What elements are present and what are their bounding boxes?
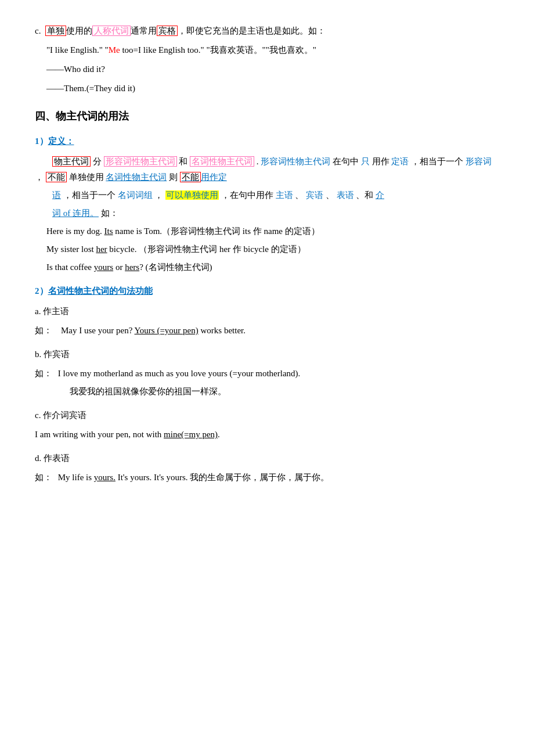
cannot-attributive-box: 不能用作定 [180, 172, 227, 182]
adj-possessive-box: 形容词性物主代词 [104, 156, 177, 167]
sub1-para2: 语 ，相当于一个 名词词组 ， 可以单独使用 ，在句中用作 主语 、 宾语 、 … [35, 188, 499, 203]
sub1-para: 物主代词 分 形容词性物主代词 和 名词性物主代词 . 形容词性物主代词 在句中… [35, 154, 499, 185]
possessive-pronoun-box: 物主代词 [52, 156, 91, 167]
item-d-example: 如： My life is yours. It's yours. It's yo… [35, 470, 499, 485]
dash-who: ——Who did it? [46, 62, 499, 77]
ex-yours-hers: Is that coffee yours or hers? (名词性物主代词) [46, 260, 499, 275]
example-i-like: "I like English." "Me too=I like English… [46, 42, 499, 58]
text-using: 使用的 [66, 26, 92, 35]
subsection-syntax: 2）名词性物主代词的句法功能 a. 作主语 如： May I use your … [35, 283, 499, 485]
item-b-label: b. 作宾语 [35, 347, 499, 362]
text-usually: 通常用 [131, 26, 157, 35]
highlight-pronoun: 人称代词 [92, 26, 131, 36]
item-object: b. 作宾语 如： I love my motherland as much a… [35, 347, 499, 399]
dash-them: ——Them.(=They did it) [46, 81, 499, 96]
item-a-example: 如： May I use your pen? Yours (=your pen)… [35, 323, 499, 339]
page-content: c. 单独使用的人称代词通常用宾格，即使它充当的是主语也是如此。如： "I li… [35, 23, 499, 485]
item-d-label: d. 作表语 [35, 451, 499, 466]
sub2-label: 2）名词性物主代词的句法功能 [35, 283, 499, 299]
item-a-label: a. 作主语 [35, 304, 499, 319]
section-c: c. 单独使用的人称代词通常用宾格，即使它充当的是主语也是如此。如： "I li… [35, 23, 499, 96]
sub1-label: 1）定义： [35, 134, 499, 149]
highlight-accusative: 宾格 [157, 26, 178, 36]
item-b-example2: 我爱我的祖国就像你爱你的祖国一样深。 [70, 384, 499, 399]
noun-possessive-box: 名词性物主代词 [190, 156, 254, 167]
ex-its-name: Here is my dog. Its name is Tom.（形容词性物主代… [46, 224, 499, 239]
cannot-alone-box: 不能 [46, 172, 67, 182]
label-c: c. [35, 26, 43, 35]
subsection-definition: 1）定义： 物主代词 分 形容词性物主代词 和 名词性物主代词 . 形容词性物主… [35, 134, 499, 275]
item-b-example1: 如： I love my motherland as much as you l… [35, 366, 499, 381]
item-predicate: d. 作表语 如： My life is yours. It's yours. … [35, 451, 499, 485]
text-even-if: ，即使它充当的是主语也是如此。如： [178, 26, 326, 35]
item-subject: a. 作主语 如： May I use your pen? Yours (=yo… [35, 304, 499, 339]
highlight-standalone: 单独 [45, 26, 66, 36]
section4-heading: 四、物主代词的用法 [35, 107, 499, 125]
item-c-label: c. 作介词宾语 [35, 408, 499, 423]
item-prep-object: c. 作介词宾语 I am writing with your pen, not… [35, 408, 499, 442]
item-c-example: I am writing with your pen, not with min… [35, 427, 499, 442]
sub1-para3: 词 of 连用。 如： [35, 206, 499, 221]
section-c-text: c. 单独使用的人称代词通常用宾格，即使它充当的是主语也是如此。如： [35, 23, 499, 39]
ex-her-bicycle: My sister lost her bicycle. （形容词性物主代词 he… [46, 242, 499, 257]
